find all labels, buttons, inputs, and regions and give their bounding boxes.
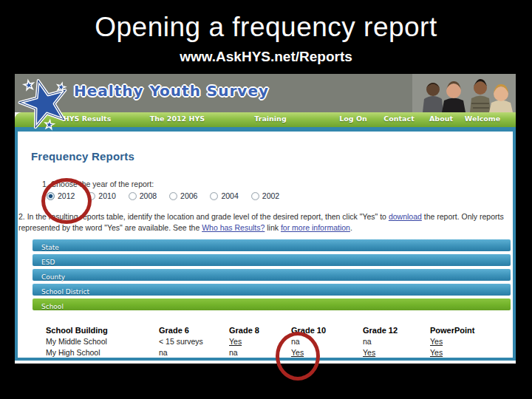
page-title: Frequency Reports	[31, 150, 134, 163]
year-radio-2002[interactable]: 2002	[251, 191, 279, 200]
slide-subtitle: www.AskHYS.net/Reports	[0, 49, 532, 65]
accordion-bar-state[interactable]: State	[33, 239, 511, 251]
step2-instruction: 2. In the resulting reports table, ident…	[18, 211, 511, 233]
report-link-yes[interactable]: Yes	[363, 347, 430, 358]
website-screenshot: Healthy Youth Survey	[15, 74, 516, 364]
column-header-grade-8: Grade 8	[229, 325, 291, 336]
location-accordion: StateESDCountySchool DistrictSchool	[33, 239, 511, 313]
report-link-yes[interactable]: Yes	[430, 336, 511, 347]
year-label: 2008	[140, 191, 157, 200]
presentation-slide: Opening a frequency report www.AskHYS.ne…	[0, 0, 532, 399]
nav-item-contact[interactable]: Contact	[383, 115, 414, 123]
annotation-circle-2012	[41, 178, 92, 224]
year-label: 2006	[180, 191, 197, 200]
nav-item-the-2012-hys[interactable]: The 2012 HYS	[150, 115, 205, 123]
accordion-bar-esd[interactable]: ESD	[33, 254, 511, 266]
annotation-circle-yes	[276, 332, 320, 381]
accordion-bar-label: ESD	[33, 256, 55, 268]
students-photo	[412, 74, 516, 112]
step2-text: .	[350, 223, 352, 232]
page-content: Frequency Reports 1. Choose the year of …	[15, 132, 516, 361]
table-cell: na	[363, 336, 430, 347]
radio-icon	[210, 192, 218, 200]
nav-item-welcome[interactable]: Welcome	[465, 115, 500, 123]
slide-title: Opening a frequency report	[0, 12, 532, 43]
accordion-bar-school-district[interactable]: School District	[33, 284, 511, 296]
year-label: 2004	[221, 191, 238, 200]
accordion-bar-county[interactable]: County	[33, 269, 511, 281]
report-link-yes[interactable]: Yes	[430, 347, 511, 358]
year-radio-2006[interactable]: 2006	[169, 191, 197, 200]
table-cell: na	[159, 347, 229, 358]
accordion-bar-school[interactable]: School	[33, 299, 511, 310]
column-header-school-building: School Building	[46, 325, 159, 336]
link-who-has-results[interactable]: Who has Results?	[202, 223, 265, 232]
table-cell: My Middle School	[46, 336, 159, 347]
radio-icon	[169, 192, 177, 200]
accordion-bar-label: State	[33, 242, 59, 253]
year-radio-2008[interactable]: 2008	[129, 191, 157, 200]
radio-icon	[129, 192, 137, 200]
site-brand-title: Healthy Youth Survey	[74, 82, 269, 100]
nav-item-about[interactable]: About	[429, 115, 453, 123]
column-header-grade-12: Grade 12	[363, 325, 430, 336]
site-header: Healthy Youth Survey	[15, 74, 516, 112]
link-for-more-information[interactable]: for more information	[281, 223, 350, 232]
table-cell: < 15 surveys	[159, 336, 229, 347]
nav-item-log-on[interactable]: Log On	[339, 115, 367, 123]
radio-icon	[251, 192, 259, 200]
column-header-powerpoint: PowerPoint	[430, 325, 511, 336]
year-radio-2004[interactable]: 2004	[210, 191, 238, 200]
step2-text: link	[265, 223, 281, 232]
table-cell: My High School	[46, 347, 159, 358]
hys-star-logo-icon[interactable]	[16, 75, 72, 132]
accordion-bar-label: School District	[33, 286, 89, 298]
accordion-bar-label: County	[33, 271, 65, 283]
accordion-bar-label: School	[33, 301, 64, 313]
site-nav: HYS ResultsThe 2012 HYSTrainingLog OnCon…	[15, 112, 516, 127]
column-header-grade-6: Grade 6	[159, 325, 229, 336]
year-label: 2002	[262, 191, 279, 200]
year-radio-2010[interactable]: 2010	[87, 191, 115, 200]
nav-item-training[interactable]: Training	[254, 115, 286, 123]
year-label: 2010	[98, 191, 115, 200]
link-download[interactable]: download	[389, 212, 422, 221]
